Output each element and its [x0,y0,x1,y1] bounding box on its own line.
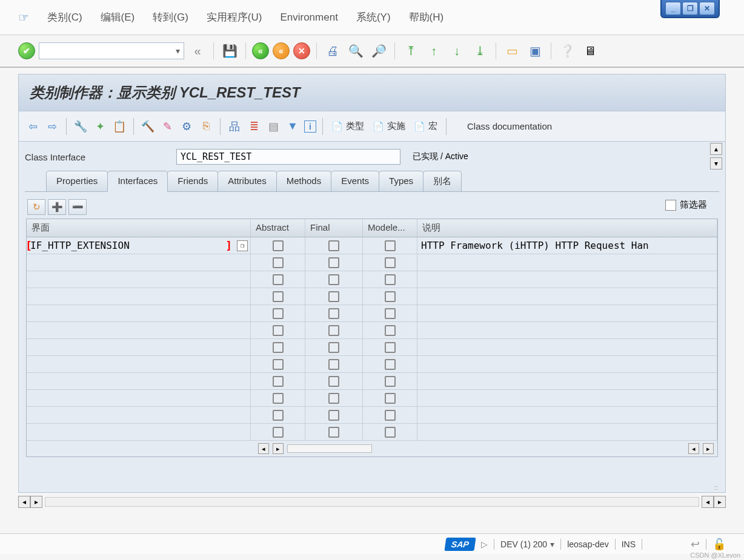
cell-final[interactable] [305,322,363,338]
abstract-checkbox[interactable] [273,257,284,268]
filter-icon[interactable]: ▼ [285,119,301,134]
cell-modele[interactable] [363,390,417,406]
sort-icon[interactable]: ≣ [246,119,262,134]
final-checkbox[interactable] [328,410,339,421]
final-checkbox[interactable] [328,308,339,319]
cell-final[interactable] [305,339,363,355]
cell-interface[interactable] [27,271,251,288]
class-documentation-button[interactable]: Class documentation [465,121,554,131]
new-session-icon[interactable]: ▭ [502,41,522,61]
final-checkbox[interactable] [328,342,339,353]
layout-icon[interactable]: 🖥 [580,41,600,61]
cell-final[interactable] [305,356,363,372]
cell-modele[interactable] [363,254,417,271]
hierarchy-icon[interactable]: 品 [227,119,242,134]
cell-abstract[interactable] [251,288,305,305]
modele-checkbox[interactable] [385,376,396,387]
cell-final[interactable] [305,254,363,271]
menu-system[interactable]: 系统(Y) [356,10,391,24]
cell-modele[interactable] [363,424,417,440]
modele-checkbox[interactable] [385,274,396,285]
abstract-checkbox[interactable] [273,393,284,404]
tab-properties[interactable]: Properties [46,171,108,191]
command-field[interactable]: ▾ [39,42,184,59]
cell-abstract[interactable] [251,305,305,321]
test-icon[interactable]: ⚙ [179,119,194,134]
modele-checkbox[interactable] [385,291,396,302]
abstract-checkbox[interactable] [273,427,284,438]
cell-abstract[interactable] [251,339,305,355]
cell-modele[interactable] [363,339,417,355]
tab-methods[interactable]: Methods [276,171,332,191]
status-system[interactable]: DEV (1) 200 ▾ [500,539,554,549]
scroll-right-icon[interactable]: ▸ [30,496,42,508]
cell-modele[interactable] [363,237,417,254]
cell-interface[interactable] [27,407,251,423]
nav-forward-icon[interactable]: ⇨ [44,119,60,134]
cell-abstract[interactable] [251,322,305,338]
menu-environment[interactable]: Environment [280,12,337,24]
delete-row-icon[interactable]: ➖ [68,199,87,215]
modele-checkbox[interactable] [385,240,396,251]
menu-goto[interactable]: 转到(G) [153,10,188,24]
type-button[interactable]: 📄类型 [329,120,367,132]
scroll-track[interactable] [45,497,699,507]
scroll-right-icon[interactable]: ▸ [273,443,284,454]
back-chevron-icon[interactable]: « [188,41,207,61]
abstract-checkbox[interactable] [273,291,284,302]
class-interface-input[interactable] [176,149,400,165]
table-row[interactable] [27,288,717,305]
cell-interface[interactable] [27,424,251,440]
final-checkbox[interactable] [328,393,339,404]
cell-interface[interactable] [27,254,251,271]
help-icon[interactable]: ❔ [557,41,577,61]
other-object-icon[interactable]: ✦ [92,119,108,134]
lock-icon[interactable]: 🔓 [712,538,726,551]
cell-final[interactable] [305,373,363,389]
table-row[interactable] [27,424,717,441]
cell-final[interactable] [305,271,363,288]
cell-interface[interactable]: [IF_HTTP_EXTENSION]❐ [27,237,251,254]
abstract-checkbox[interactable] [273,376,284,387]
modele-checkbox[interactable] [385,410,396,421]
enter-button[interactable]: ✔ [18,42,35,59]
abstract-checkbox[interactable] [273,342,284,353]
nav-back-icon[interactable]: ⇦ [25,119,41,134]
scroll-up-icon[interactable]: ▴ [710,143,722,155]
print-icon[interactable]: 🖨 [323,41,342,61]
table-row[interactable] [27,254,717,271]
abstract-checkbox[interactable] [273,359,284,370]
tab-alias[interactable]: 别名 [423,171,462,191]
next-page-icon[interactable]: ↓ [447,41,467,61]
cell-interface[interactable] [27,305,251,321]
abstract-checkbox[interactable] [273,274,284,285]
menu-edit[interactable]: 编辑(E) [101,10,135,24]
cell-final[interactable] [305,305,363,321]
activate-icon[interactable]: 🔨 [140,119,156,134]
cancel-icon[interactable]: ✕ [293,42,310,59]
scroll-left2-icon[interactable]: ◂ [688,443,699,454]
dropdown-icon[interactable]: ▾ [550,539,554,549]
menu-help[interactable]: 帮助(H) [409,10,444,24]
final-checkbox[interactable] [328,291,339,302]
tab-types[interactable]: Types [379,171,423,191]
cell-abstract[interactable] [251,356,305,372]
final-checkbox[interactable] [328,257,339,268]
final-checkbox[interactable] [328,427,339,438]
check-icon[interactable]: 📋 [111,119,127,134]
expand-icon[interactable]: ▷ [481,539,488,549]
maximize-button[interactable]: ❐ [682,2,698,15]
tab-attributes[interactable]: Attributes [218,171,276,191]
info-icon[interactable]: i [304,120,316,133]
table-row[interactable] [27,407,717,424]
menu-indicator-icon[interactable]: ☞ [18,10,29,25]
modele-checkbox[interactable] [385,325,396,336]
table-row[interactable] [27,322,717,339]
final-checkbox[interactable] [328,325,339,336]
scroll-down-icon[interactable]: ▾ [710,157,722,170]
dropdown-icon[interactable]: ▾ [176,46,180,56]
abstract-checkbox[interactable] [273,325,284,336]
exit-icon[interactable]: « [273,42,290,59]
close-button[interactable]: ✕ [699,2,715,15]
modele-checkbox[interactable] [385,308,396,319]
